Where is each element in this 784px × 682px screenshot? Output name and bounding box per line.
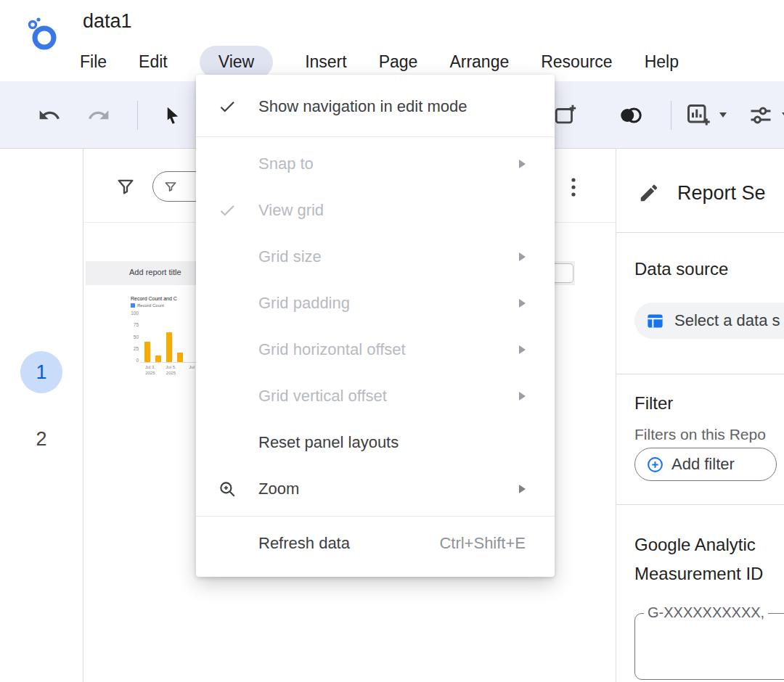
submenu-arrow-icon <box>519 345 526 354</box>
ga-input-label: G-XXXXXXXXXX, <box>644 604 768 621</box>
menu-separator <box>196 136 555 137</box>
menu-page[interactable]: Page <box>379 52 418 72</box>
select-tool-button[interactable] <box>161 104 183 126</box>
add-chart-button[interactable] <box>685 102 727 128</box>
chart-bars <box>141 311 200 363</box>
menu-insert[interactable]: Insert <box>305 52 347 72</box>
menu-help[interactable]: Help <box>645 52 679 72</box>
x-tick-label: Jul 3, 2025 <box>142 364 159 376</box>
panel-divider <box>616 374 784 374</box>
y-tick-label: 100 <box>131 311 139 316</box>
menu-item-grid-padding: Grid padding <box>196 280 555 326</box>
page-item-1[interactable]: 1 <box>20 351 62 393</box>
chart-bar <box>144 342 150 362</box>
filter-heading: Filter <box>634 393 673 414</box>
edit-pencil-icon <box>638 182 660 207</box>
add-control-icon <box>748 102 774 128</box>
chart-y-axis: 1007550250 <box>131 311 141 363</box>
add-control-button[interactable] <box>748 102 784 128</box>
blend-icon <box>617 102 643 128</box>
submenu-arrow-icon <box>519 392 526 400</box>
menu-item-shortcut: Ctrl+Shift+E <box>439 534 526 553</box>
legend-label: Record Count <box>137 303 164 308</box>
report-title-placeholder[interactable]: Add report title <box>129 268 181 276</box>
menu-item-show-navigation[interactable]: Show navigation in edit mode <box>196 81 555 133</box>
y-tick-label: 0 <box>136 358 139 363</box>
menu-item-label: Reset panel layouts <box>258 433 399 452</box>
menu-item-label: Refresh data <box>258 534 350 553</box>
blend-data-button[interactable] <box>617 102 643 128</box>
submenu-arrow-icon <box>519 252 526 261</box>
ga-heading-line1: Google Analytic <box>634 530 763 559</box>
y-tick-label: 50 <box>134 334 139 340</box>
menu-item-label: Snap to <box>258 155 314 173</box>
menu-edit[interactable]: Edit <box>139 52 168 72</box>
menu-item-label: Grid vertical offset <box>258 387 387 406</box>
menu-arrange[interactable]: Arrange <box>449 52 509 72</box>
chart-bar <box>177 353 183 362</box>
looker-studio-logo-icon <box>25 16 60 52</box>
add-page-button[interactable] <box>553 103 578 128</box>
menu-item-label: Grid padding <box>258 294 350 313</box>
report-settings-panel: Report Se Data source Select a data s Fi… <box>616 149 784 682</box>
menu-item-label: Show navigation in edit mode <box>258 97 467 116</box>
chart-title: Record Count and C <box>131 296 200 301</box>
undo-icon <box>38 104 61 127</box>
menu-item-snap-to: Snap to <box>196 141 555 187</box>
menu-item-label: Zoom <box>258 480 299 498</box>
menu-item-view-grid: View grid <box>196 187 555 234</box>
check-icon <box>218 201 258 220</box>
add-chart-icon <box>685 102 711 128</box>
chart-plot: 1007550250 <box>131 311 200 363</box>
select-data-source-button[interactable]: Select a data s <box>634 303 784 339</box>
menu-item-grid-size: Grid size <box>196 234 555 280</box>
panel-divider <box>616 232 784 233</box>
more-options-icon[interactable] <box>571 178 576 199</box>
menu-separator <box>196 516 555 517</box>
menu-item-reset-panel-layouts[interactable]: Reset panel layouts <box>196 419 555 466</box>
legend-marker <box>131 303 135 308</box>
report-title[interactable]: data1 <box>83 10 132 33</box>
data-source-heading: Data source <box>634 259 728 279</box>
y-tick-label: 25 <box>134 346 139 351</box>
menu-item-grid-horizontal-offset: Grid horizontal offset <box>196 326 555 373</box>
menu-view[interactable]: View <box>200 46 273 78</box>
report-chart[interactable]: Record Count and C Record Count 10075502… <box>131 296 200 376</box>
add-filter-label: Add filter <box>671 455 735 474</box>
menu-item-grid-vertical-offset: Grid vertical offset <box>196 373 555 419</box>
chart-x-labels: Jul 3, 2025Jul 5, 2025Jul <box>131 364 200 376</box>
ga-measurement-heading: Google Analytic Measurement ID <box>634 530 763 588</box>
data-table-icon <box>645 311 665 331</box>
select-data-source-label: Select a data s <box>674 311 780 330</box>
ga-heading-line2: Measurement ID <box>634 559 763 588</box>
filter-list-icon <box>163 179 178 194</box>
toolbar-divider <box>137 101 138 130</box>
page-item-2[interactable]: 2 <box>20 418 62 460</box>
y-tick-label: 75 <box>134 322 139 327</box>
undo-button[interactable] <box>38 104 61 127</box>
toolbar-divider <box>671 101 671 130</box>
add-circle-icon <box>646 456 664 474</box>
redo-icon <box>87 104 110 127</box>
panel-title: Report Se <box>677 182 766 205</box>
menu-item-refresh-data[interactable]: Refresh data Ctrl+Shift+E <box>196 520 555 567</box>
filter-icon[interactable] <box>115 176 136 199</box>
app-header: data1 File Edit View Insert Page Arrange… <box>0 0 784 81</box>
panel-divider <box>616 504 784 505</box>
filter-description: Filters on this Repo <box>634 426 766 443</box>
submenu-arrow-icon <box>519 485 526 493</box>
page-navigation: 1 2 <box>0 149 83 682</box>
ga-measurement-id-input[interactable]: G-XXXXXXXXXX, <box>634 613 784 680</box>
menu-item-label: View grid <box>258 201 324 220</box>
chart-bar <box>155 356 161 362</box>
zoom-icon <box>218 480 258 498</box>
menu-resource[interactable]: Resource <box>541 52 612 72</box>
redo-button[interactable] <box>87 104 110 127</box>
menu-item-zoom[interactable]: Zoom <box>196 466 555 512</box>
add-filter-button[interactable]: Add filter <box>634 448 777 481</box>
menu-item-label: Grid size <box>258 247 322 266</box>
menubar: File Edit View Insert Page Arrange Resou… <box>80 45 679 78</box>
menu-item-label: Grid horizontal offset <box>258 340 406 359</box>
menu-file[interactable]: File <box>80 52 107 72</box>
check-icon <box>218 97 258 116</box>
